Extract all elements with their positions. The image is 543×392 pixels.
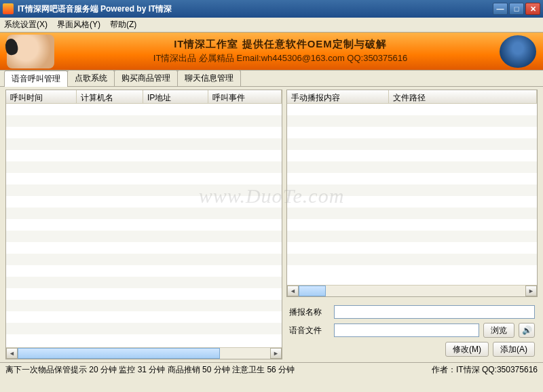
status-right: 作者：IT情深 QQ:350375616	[432, 364, 538, 376]
add-button[interactable]: 添加(A)	[493, 342, 535, 357]
col-broadcast-content[interactable]: 手动播报内容	[287, 90, 389, 103]
call-list-body[interactable]	[6, 104, 282, 347]
close-button[interactable]: ✕	[525, 3, 540, 15]
label-broadcast-name: 播报名称	[289, 307, 330, 318]
titlebar: IT情深网吧语音服务端 Powered by IT情深 — □ ✕	[0, 0, 543, 18]
col-call-time[interactable]: 呼叫时间	[6, 90, 77, 103]
browse-button[interactable]: 浏览	[483, 323, 514, 338]
scroll-track[interactable]	[299, 286, 525, 296]
broadcast-list-hscroll[interactable]: ◄ ►	[287, 285, 537, 296]
col-event[interactable]: 呼叫事件	[208, 90, 282, 103]
statusbar: 离下一次物品保管提示 20 分钟 监控 31 分钟 商品推销 50 分钟 注意卫…	[0, 362, 543, 377]
voice-file-input[interactable]	[334, 324, 479, 337]
app-icon	[3, 3, 14, 14]
speaker-icon: 🔊	[522, 326, 532, 335]
broadcast-name-input[interactable]	[334, 305, 535, 319]
broadcast-form: 播报名称 语音文件 浏览 🔊 修改(M) 添加(A)	[286, 302, 538, 359]
col-ip[interactable]: IP地址	[143, 90, 208, 103]
menu-style[interactable]: 界面风格(Y)	[57, 19, 100, 31]
scroll-thumb[interactable]	[18, 348, 220, 359]
broadcast-list-panel: 手动播报内容 文件路径 ◄ ►	[286, 90, 538, 297]
minimize-button[interactable]: —	[493, 3, 508, 15]
banner-mouse-icon	[500, 35, 536, 68]
call-list-panel: 呼叫时间 计算机名 IP地址 呼叫事件 ◄ ►	[5, 90, 282, 359]
scroll-left-icon[interactable]: ◄	[287, 286, 299, 296]
tab-goods[interactable]: 购买商品管理	[114, 70, 178, 86]
tab-chat[interactable]: 聊天信息管理	[177, 70, 241, 86]
banner-text: IT情深工作室 提供任意软件OEM定制与破解 IT情深出品 必属精品 Email…	[61, 38, 500, 64]
banner-avatar	[7, 35, 54, 68]
banner-line1: IT情深工作室 提供任意软件OEM定制与破解	[61, 38, 500, 51]
scroll-thumb[interactable]	[299, 286, 326, 296]
menu-help[interactable]: 帮助(Z)	[110, 19, 136, 31]
scroll-right-icon[interactable]: ►	[525, 286, 537, 296]
maximize-button[interactable]: □	[509, 3, 524, 15]
status-left: 离下一次物品保管提示 20 分钟 监控 31 分钟 商品推销 50 分钟 注意卫…	[5, 364, 426, 376]
tabbar: 语音呼叫管理 点歌系统 购买商品管理 聊天信息管理	[0, 71, 543, 87]
play-button[interactable]: 🔊	[519, 323, 535, 338]
broadcast-list-header: 手动播报内容 文件路径	[287, 90, 537, 104]
tab-voice-call[interactable]: 语音呼叫管理	[4, 71, 68, 87]
menu-system[interactable]: 系统设置(X)	[4, 19, 48, 31]
menubar: 系统设置(X) 界面风格(Y) 帮助(Z)	[0, 18, 543, 33]
right-panel: 手动播报内容 文件路径 ◄ ► 播报名称 语音文件 浏览	[286, 90, 538, 359]
call-list-header: 呼叫时间 计算机名 IP地址 呼叫事件	[6, 90, 282, 104]
modify-button[interactable]: 修改(M)	[445, 342, 489, 357]
col-file-path[interactable]: 文件路径	[389, 90, 537, 103]
call-list-hscroll[interactable]: ◄ ►	[6, 347, 282, 359]
scroll-right-icon[interactable]: ►	[270, 348, 282, 359]
scroll-track[interactable]	[18, 348, 270, 359]
label-voice-file: 语音文件	[289, 325, 330, 336]
content-area: 呼叫时间 计算机名 IP地址 呼叫事件 ◄ ► 手动播报内容 文件路径	[0, 87, 543, 362]
broadcast-list-body[interactable]	[287, 104, 537, 285]
banner-line2: IT情深出品 必属精品 Email:wh445306@163.com QQ:35…	[61, 52, 500, 64]
col-host[interactable]: 计算机名	[77, 90, 143, 103]
window-title: IT情深网吧语音服务端 Powered by IT情深	[18, 3, 493, 15]
scroll-left-icon[interactable]: ◄	[6, 348, 18, 359]
tab-song[interactable]: 点歌系统	[67, 70, 115, 86]
window-controls: — □ ✕	[493, 3, 540, 15]
banner: IT情深工作室 提供任意软件OEM定制与破解 IT情深出品 必属精品 Email…	[0, 33, 543, 71]
